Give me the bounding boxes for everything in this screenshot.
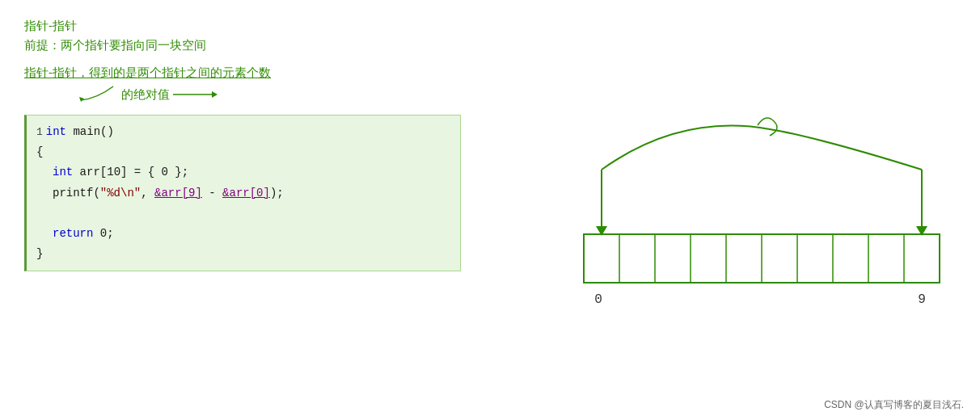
code-close-paren: ); — [270, 183, 284, 204]
line-marker-1: 1 — [36, 123, 43, 141]
code-line-arr: int arr[10] = { 0 }; — [36, 162, 450, 183]
arrow-icon — [73, 82, 121, 107]
label-0: 0 — [594, 292, 602, 307]
annotation-desc-block: 指针-指针，得到的是两个指针之间的元素个数 的绝对值 — [24, 63, 493, 107]
right-panel: 0 9 — [560, 40, 964, 380]
code-addr-arr9: &arr[9] — [154, 183, 202, 204]
code-block: 1 int main() { int arr[10] = { 0 }; prin… — [24, 115, 461, 271]
annotation-title2: 前提：两个指针要指向同一块空间 — [24, 36, 493, 55]
code-int-keyword: int — [46, 122, 66, 142]
code-printf-func: printf( — [53, 183, 100, 204]
code-line-return: return 0; — [36, 224, 450, 244]
annotation-block: 指针-指针 前提：两个指针要指向同一块空间 — [24, 16, 493, 55]
arrow-right-icon — [173, 86, 222, 103]
array-diagram: 0 9 — [560, 40, 964, 380]
annotation-desc2: 的绝对值 — [121, 85, 170, 104]
left-panel: 指针-指针 前提：两个指针要指向同一块空间 指针-指针，得到的是两个指针之间的元… — [24, 16, 493, 271]
code-return-keyword: return — [53, 224, 93, 244]
code-line-printf: printf( "%d\n" , &arr[9] - &arr[0] ); — [36, 183, 450, 204]
label-9: 9 — [918, 292, 926, 307]
code-format-string: "%d\n" — [100, 183, 141, 204]
code-close-brace: } — [36, 244, 43, 264]
code-comma: , — [141, 183, 154, 204]
code-arr-decl: arr[10] = { 0 }; — [73, 162, 188, 183]
code-line-empty — [36, 204, 450, 224]
annotation-desc1: 指针-指针，得到的是两个指针之间的元素个数 — [24, 63, 493, 82]
annotation-title1: 指针-指针 — [24, 16, 493, 36]
code-line-close-brace: } — [36, 244, 450, 264]
watermark: CSDN @认真写博客的夏目浅石. — [824, 398, 964, 412]
code-open-brace: { — [36, 142, 43, 162]
code-int-keyword-2: int — [53, 162, 73, 183]
code-addr-arr0: &arr[0] — [222, 183, 270, 204]
code-line-main: 1 int main() — [36, 122, 450, 142]
code-line-open-brace: { — [36, 142, 450, 162]
code-main: main() — [66, 122, 114, 142]
code-return-val: 0; — [93, 224, 113, 244]
code-minus: - — [202, 183, 222, 204]
svg-marker-2 — [212, 91, 218, 98]
